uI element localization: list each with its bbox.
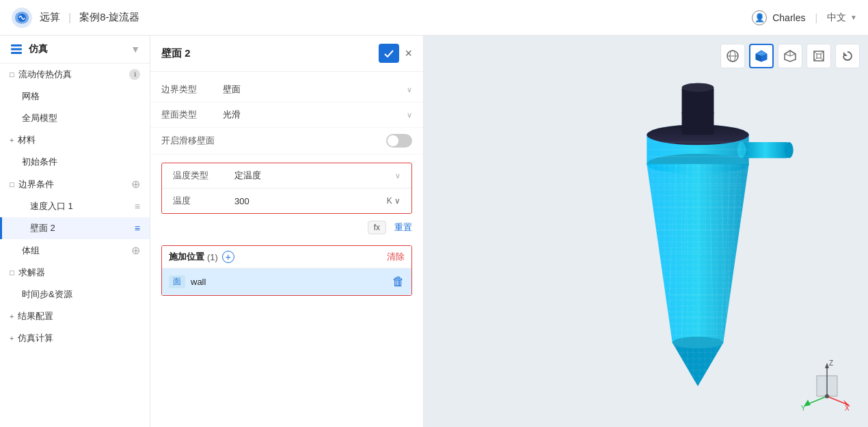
sidebar-item-wall2[interactable]: 壁面 2 ≡ — [0, 217, 150, 239]
sidebar-item-global-model[interactable]: 全局模型 — [0, 107, 150, 129]
sidebar-header: 仿真 ▼ — [0, 36, 150, 64]
svg-rect-16 — [817, 54, 821, 58]
add-body-icon[interactable]: ⊕ — [131, 244, 140, 257]
boundary-type-label: 边界类型 — [161, 83, 223, 96]
sidebar-item-label: 求解器 — [18, 266, 140, 279]
temp-type-value[interactable]: 定温度 ∨ — [234, 169, 401, 182]
delete-location-button[interactable]: 🗑 — [392, 275, 405, 289]
temp-type-row: 温度类型 定温度 ∨ — [162, 163, 411, 188]
viewport-toolbar — [720, 44, 860, 68]
sidebar-item-label: 边界条件 — [18, 178, 131, 191]
header-separator: | — [815, 12, 817, 23]
location-section: 施加位置 (1) + 清除 面 wall 🗑 — [150, 238, 423, 303]
axis-svg: Z Y X — [800, 359, 854, 413]
sidebar-item-result-config[interactable]: + 结果配置 — [0, 305, 150, 327]
flat-view-button[interactable] — [806, 44, 831, 68]
fx-button[interactable]: fx — [368, 221, 386, 234]
svg-rect-35 — [742, 142, 789, 158]
header-left: 远算 | 案例8-旋流器 — [11, 7, 140, 29]
svg-point-37 — [737, 142, 746, 158]
expand-icon: + — [10, 136, 14, 144]
slip-wall-toggle[interactable] — [386, 134, 412, 148]
panel-title: 壁面 2 — [161, 47, 191, 60]
svg-marker-21 — [843, 52, 847, 56]
toggle-knob — [388, 135, 398, 146]
expand-icon: □ — [10, 268, 14, 277]
refresh-icon — [841, 50, 854, 62]
sidebar-section-label: 仿真 — [29, 43, 48, 55]
wall-type-value[interactable]: 光滑 ∨ — [223, 109, 412, 121]
3d-model — [568, 72, 828, 403]
z-axis-label: Z — [829, 359, 833, 367]
username: Charles — [772, 12, 805, 23]
header-divider: | — [68, 12, 71, 24]
expand-icon: + — [10, 312, 14, 320]
svg-marker-29 — [673, 342, 724, 386]
svg-point-62 — [825, 394, 829, 398]
boundary-type-text: 壁面 — [223, 83, 241, 96]
menu-icon[interactable]: ≡ — [135, 223, 140, 234]
slip-wall-toggle-wrap — [223, 134, 412, 148]
check-icon — [384, 50, 394, 57]
panel-actions: × — [379, 44, 412, 63]
sidebar-item-boundary-conditions[interactable]: □ 边界条件 ⊕ — [0, 173, 150, 195]
add-location-button[interactable]: + — [222, 251, 234, 263]
main-layout: 仿真 ▼ □ 流动传热仿真 ℹ 网格 全局模型 + 材料 初始条件 □ 边界条件… — [0, 36, 868, 427]
location-header: 施加位置 (1) + 清除 — [162, 246, 411, 268]
sidebar-item-materials[interactable]: + 材料 — [0, 129, 150, 151]
temp-type-label: 温度类型 — [173, 169, 234, 182]
page-title: 案例8-旋流器 — [79, 11, 139, 24]
sidebar-item-solver[interactable]: □ 求解器 — [0, 262, 150, 284]
y-axis-label: Y — [801, 404, 806, 412]
expand-icon: □ — [10, 180, 14, 189]
sidebar-item-label: 壁面 2 — [30, 222, 135, 234]
x-axis-label: X — [845, 404, 850, 412]
reset-button[interactable]: 重置 — [394, 221, 412, 234]
svg-rect-4 — [11, 52, 22, 54]
wall-type-row: 壁面类型 光滑 ∨ — [150, 102, 423, 128]
svg-point-34 — [682, 83, 714, 92]
face-badge: 面 — [169, 275, 185, 288]
cyclone-model-svg — [568, 72, 828, 400]
sidebar-collapse-icon[interactable]: ▼ — [131, 44, 140, 55]
add-boundary-icon[interactable]: ⊕ — [131, 178, 140, 191]
clear-location-button[interactable]: 清除 — [387, 251, 405, 263]
solid-cube-icon — [755, 49, 768, 63]
close-button[interactable]: × — [405, 47, 412, 59]
boundary-type-value[interactable]: 壁面 ∨ — [223, 83, 412, 96]
temperature-number[interactable]: 300 — [234, 196, 249, 206]
header: 远算 | 案例8-旋流器 👤 Charles | 中文 ▼ — [0, 0, 868, 36]
sidebar-item-simulation[interactable]: □ 流动传热仿真 ℹ — [0, 64, 150, 85]
svg-rect-3 — [11, 49, 22, 51]
sidebar-item-label: 全局模型 — [22, 112, 140, 124]
form-section: 边界类型 壁面 ∨ 壁面类型 光滑 ∨ 开启滑移壁面 — [150, 72, 423, 160]
info-badge: ℹ — [129, 69, 140, 80]
confirm-button[interactable] — [379, 44, 399, 63]
sidebar-item-label: 速度入口 1 — [30, 200, 135, 212]
svg-line-14 — [785, 54, 790, 56]
sim-icon — [10, 42, 23, 56]
location-item: 面 wall 🗑 — [162, 268, 411, 295]
sidebar-item-time-resource[interactable]: 时间步&资源 — [0, 284, 150, 305]
chevron-down-icon: ∨ — [395, 171, 401, 180]
language-selector[interactable]: 中文 ▼ — [827, 12, 857, 24]
sidebar: 仿真 ▼ □ 流动传热仿真 ℹ 网格 全局模型 + 材料 初始条件 □ 边界条件… — [0, 36, 150, 427]
temp-type-text: 定温度 — [234, 169, 261, 182]
sidebar-item-label: 网格 — [22, 90, 140, 102]
sidebar-item-velocity-inlet[interactable]: 速度入口 1 ≡ — [0, 195, 150, 217]
svg-rect-33 — [682, 87, 714, 135]
sidebar-item-mesh[interactable]: 网格 — [0, 85, 150, 107]
sidebar-item-sim-compute[interactable]: + 仿真计算 — [0, 327, 150, 349]
reset-view-button[interactable] — [835, 44, 860, 68]
globe-view-button[interactable] — [720, 44, 745, 68]
wireframe-view-button[interactable] — [778, 44, 802, 68]
menu-icon[interactable]: ≡ — [135, 201, 140, 212]
chevron-down-icon: ∨ — [407, 85, 412, 94]
location-item-name: wall — [191, 277, 392, 287]
temperature-row: 温度 300 K ∨ — [162, 188, 411, 213]
sidebar-item-initial-conditions[interactable]: 初始条件 — [0, 151, 150, 173]
sidebar-item-body-group[interactable]: 体组 ⊕ — [0, 239, 150, 262]
wireframe-cube-icon — [783, 49, 797, 63]
solid-view-button[interactable] — [749, 44, 774, 68]
action-row: fx 重置 — [150, 217, 423, 238]
